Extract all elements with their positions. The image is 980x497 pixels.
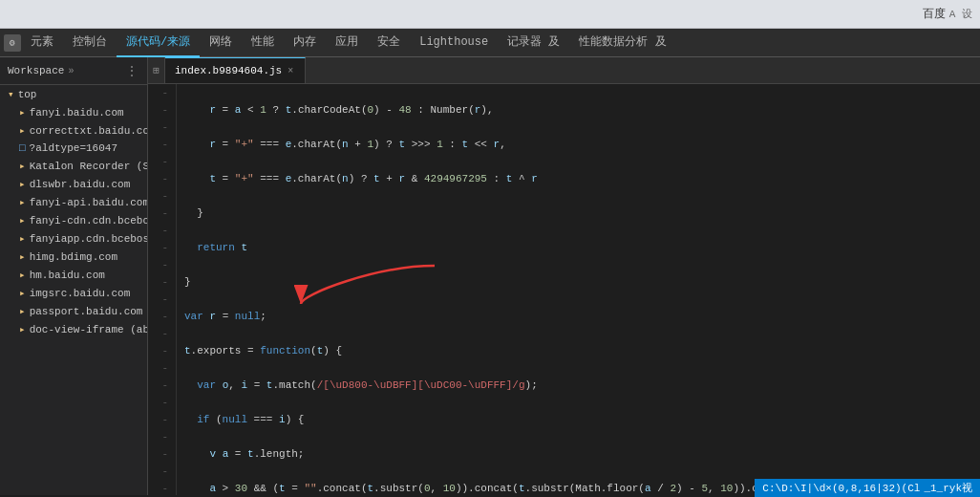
nav-application[interactable]: 应用 — [326, 29, 368, 57]
line-num: - — [152, 136, 168, 153]
sidebar-item-aldtype[interactable]: □ ?aldtype=16047 — [0, 140, 147, 157]
sidebar-item-correcttxt[interactable]: ▸ correcttxt.baidu.com — [0, 121, 147, 140]
nav-security[interactable]: 安全 — [368, 29, 410, 57]
sidebar-item-label: top — [18, 89, 37, 100]
nav-performance[interactable]: 性能 — [242, 29, 284, 57]
sidebar-item-top[interactable]: ▾ top — [0, 85, 147, 103]
code-line: } — [184, 205, 972, 222]
folder-icon: ▸ — [19, 250, 26, 263]
nav-console[interactable]: 控制台 — [63, 29, 117, 57]
code-line: r = "+" === e.charAt(n + 1) ? t >>> 1 : … — [184, 136, 972, 153]
line-num: - — [152, 377, 168, 394]
sidebar-item-fanyi-api[interactable]: ▸ fanyi-api.baidu.com — [0, 193, 147, 211]
main-layout: Workspace » ⋮ ▾ top ▸ fanyi.baidu.com ▸ … — [0, 57, 980, 495]
sidebar-item-fanyi[interactable]: ▸ fanyi.baidu.com — [0, 103, 147, 121]
line-num: - — [152, 273, 168, 291]
file-icon: □ — [19, 142, 26, 154]
folder-icon: ▾ — [8, 88, 14, 100]
line-num: - — [152, 480, 168, 495]
nav-network[interactable]: 网络 — [200, 29, 242, 57]
line-num: - — [152, 325, 168, 342]
folder-icon: ▸ — [19, 305, 26, 317]
line-num: - — [152, 359, 168, 377]
line-num: - — [152, 445, 168, 463]
code-line: r = a < 1 ? t.charCodeAt(0) - 48 : Numbe… — [184, 101, 972, 119]
sidebar-item-label: fanyi-api.baidu.com — [30, 197, 147, 208]
folder-icon: ▸ — [19, 269, 26, 281]
close-icon[interactable]: × — [286, 65, 295, 77]
line-num: - — [152, 256, 168, 273]
code-line: t = "+" === e.charAt(n) ? t + r & 429496… — [184, 170, 972, 187]
file-tab-index[interactable]: index.b9894604.js × — [165, 57, 306, 84]
sidebar-header-left: Workspace » — [8, 65, 74, 76]
code-content: - - - - - - - - - - - - - - - - - — [148, 84, 980, 495]
status-extra: _1_ryk视 — [924, 481, 972, 495]
folder-icon: ▸ — [19, 287, 26, 299]
folder-icon: ▸ — [19, 196, 26, 208]
nav-lighthouse[interactable]: Lighthouse — [410, 29, 498, 57]
line-num: - — [152, 205, 168, 222]
sidebar-header: Workspace » ⋮ — [0, 57, 147, 85]
nav-memory[interactable]: 内存 — [284, 29, 326, 57]
line-num: - — [152, 342, 168, 359]
sidebar-item-fanyiapp[interactable]: ▸ fanyiapp.cdn.bcebos.com — [0, 229, 147, 248]
sidebar-item-label: correcttxt.baidu.com — [30, 125, 147, 137]
folder-icon: ▸ — [19, 106, 26, 119]
line-num: - — [152, 394, 168, 411]
code-line: return t — [184, 239, 972, 256]
status-bar: C:\D:\I|\d×(0,8,16|32)(Cl _1_ryk视 — [755, 479, 980, 495]
nav-sources[interactable]: 源代码/来源 — [117, 29, 200, 57]
sidebar-item-label: ?aldtype=16047 — [30, 142, 117, 154]
folder-icon: ▸ — [19, 124, 26, 137]
line-num: - — [152, 222, 168, 239]
sidebar-item-label: doc-view-iframe (about:bla — [30, 324, 147, 335]
right-content: ⊞ index.b9894604.js × - - - - - - - - - — [148, 57, 980, 495]
sidebar-item-hm[interactable]: ▸ hm.baidu.com — [0, 266, 147, 284]
folder-icon: ▸ — [19, 323, 26, 335]
code-line: } — [184, 273, 972, 291]
line-num: - — [152, 308, 168, 325]
nav-recorder[interactable]: 记录器 及 — [498, 29, 569, 57]
sidebar-item-katalon[interactable]: ▸ Katalon Recorder (Selenium — [0, 157, 147, 175]
chevron-right-icon: » — [68, 66, 74, 76]
line-num: - — [152, 291, 168, 308]
browser-label: 百度 — [923, 6, 946, 22]
sidebar-item-doc-view[interactable]: ▸ doc-view-iframe (about:bla — [0, 320, 147, 338]
code-area[interactable]: - - - - - - - - - - - - - - - - - — [148, 84, 980, 495]
nav-elements[interactable]: 元素 — [21, 29, 63, 57]
sidebar-menu-icon[interactable]: ⋮ — [124, 63, 139, 78]
sidebar-item-label: fanyi-cdn.cdn.bcebos.com — [30, 215, 147, 227]
devtools-icon: ⚙ — [4, 34, 21, 52]
nav-perf-insights[interactable]: 性能数据分析 及 — [569, 29, 675, 57]
sidebar-item-fanyi-cdn[interactable]: ▸ fanyi-cdn.cdn.bcebos.com — [0, 211, 147, 229]
line-numbers: - - - - - - - - - - - - - - - - - — [148, 84, 177, 495]
line-num: - — [152, 170, 168, 187]
sidebar-item-label: passport.baidu.com — [30, 306, 143, 317]
status-text: C:\D:\I|\d×(0,8,16|32)(Cl — [762, 483, 920, 494]
line-num: - — [152, 239, 168, 256]
browser-top-bar: 百度 A 设 — [0, 0, 980, 29]
sidebar-item-dlswbr[interactable]: ▸ dlswbr.baidu.com — [0, 175, 147, 193]
code-line: t.exports = function(t) { — [184, 342, 972, 359]
line-num: - — [152, 463, 168, 480]
code-line: var o, i = t.match(/[\uD800-\uDBFF][\uDC… — [184, 377, 972, 394]
sidebar-item-himg[interactable]: ▸ himg.bdimg.com — [0, 248, 147, 266]
browser-label-extra: A 设 — [949, 7, 972, 21]
folder-icon: ▸ — [19, 160, 26, 172]
sidebar-item-label: Katalon Recorder (Selenium — [30, 161, 147, 172]
sidebar-item-label: dlswbr.baidu.com — [30, 179, 131, 190]
file-tabs: ⊞ index.b9894604.js × — [148, 57, 980, 84]
workspace-label: Workspace — [8, 65, 64, 76]
code-lines: r = a < 1 ? t.charCodeAt(0) - 48 : Numbe… — [177, 84, 980, 495]
line-num: - — [152, 84, 168, 101]
sidebar-item-label: himg.bdimg.com — [30, 251, 117, 263]
folder-icon: ▸ — [19, 232, 26, 245]
devtools-nav: ⚙ 元素 控制台 源代码/来源 网络 性能 内存 应用 安全 Lighthous… — [0, 29, 980, 57]
sidebar-item-imgsrc[interactable]: ▸ imgsrc.baidu.com — [0, 284, 147, 302]
sidebar-item-label: fanyiapp.cdn.bcebos.com — [30, 233, 147, 245]
code-line: if (null === i) { — [184, 411, 972, 428]
sidebar-item-passport[interactable]: ▸ passport.baidu.com — [0, 302, 147, 320]
file-tab-icon[interactable]: ⊞ — [148, 57, 165, 84]
folder-icon: ▸ — [19, 178, 26, 190]
line-num: - — [152, 119, 168, 136]
